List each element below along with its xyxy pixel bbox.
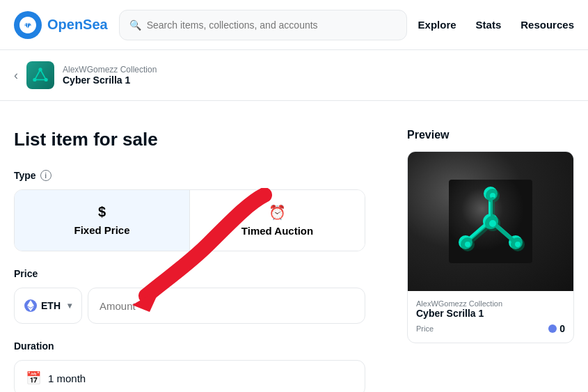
timed-auction-label: Timed Auction	[241, 225, 313, 237]
navbar: OpenSea 🔍 Explore Stats Resources	[0, 0, 588, 50]
back-button[interactable]: ‹	[14, 68, 18, 83]
currency-selector[interactable]: ETH ▾	[14, 288, 82, 324]
opensea-logo-icon	[14, 11, 42, 39]
timed-auction-icon: ⏰	[269, 204, 286, 221]
preview-image	[408, 152, 573, 291]
preview-price-value: 0	[548, 323, 565, 334]
currency-label: ETH	[41, 300, 61, 311]
nav-explore[interactable]: Explore	[418, 19, 456, 31]
preview-price-label: Price	[416, 324, 434, 333]
nft-thumbnail	[26, 61, 54, 89]
left-panel: List item for sale Type i $ Fixed Price …	[14, 129, 365, 392]
eth-icon	[24, 299, 37, 312]
preview-eth-icon	[548, 324, 557, 333]
svg-line-4	[40, 70, 46, 80]
calendar-icon: 📅	[26, 370, 41, 386]
duration-section-label: Duration	[14, 340, 365, 352]
nav-stats[interactable]: Stats	[476, 19, 502, 31]
preview-info: AlexWGomezz Collection Cyber Scrilla 1 P…	[408, 291, 573, 343]
fixed-price-label: Fixed Price	[74, 224, 129, 236]
preview-price-row: Price 0	[416, 323, 565, 334]
preview-nft-name: Cyber Scrilla 1	[416, 308, 565, 319]
preview-label: Preview	[407, 129, 574, 141]
type-section-label: Type i	[14, 170, 365, 181]
breadcrumb: ‹ AlexWGomezz Collection Cyber Scrilla 1	[0, 50, 588, 101]
price-row: ETH ▾	[14, 288, 365, 324]
svg-line-3	[35, 70, 40, 80]
svg-marker-6	[27, 300, 34, 308]
duration-selector[interactable]: 📅 1 month	[14, 360, 365, 392]
type-info-icon[interactable]: i	[40, 170, 51, 181]
nft-artwork	[449, 180, 532, 263]
logo[interactable]: OpenSea	[14, 11, 108, 39]
type-selector: $ Fixed Price ⏰ Timed Auction	[14, 189, 365, 251]
nav-links: Explore Stats Resources	[418, 19, 574, 31]
preview-card: AlexWGomezz Collection Cyber Scrilla 1 P…	[407, 151, 574, 343]
price-section-label: Price	[14, 268, 365, 279]
breadcrumb-item-name: Cyber Scrilla 1	[63, 75, 157, 86]
page-title: List item for sale	[14, 129, 365, 150]
search-icon: 🔍	[129, 19, 141, 31]
right-panel: Preview	[407, 129, 574, 392]
fixed-price-option[interactable]: $ Fixed Price	[15, 190, 190, 251]
main-content: List item for sale Type i $ Fixed Price …	[0, 101, 588, 392]
duration-value: 1 month	[48, 373, 86, 384]
nav-resources[interactable]: Resources	[521, 19, 574, 31]
breadcrumb-text: AlexWGomezz Collection Cyber Scrilla 1	[63, 65, 157, 86]
breadcrumb-collection: AlexWGomezz Collection	[63, 65, 157, 75]
timed-auction-option[interactable]: ⏰ Timed Auction	[190, 190, 365, 251]
amount-input[interactable]	[88, 288, 365, 324]
currency-chevron-icon: ▾	[67, 301, 72, 311]
search-input[interactable]	[147, 19, 397, 31]
preview-collection: AlexWGomezz Collection	[416, 299, 565, 308]
logo-text: OpenSea	[47, 17, 108, 33]
search-bar[interactable]: 🔍	[119, 10, 407, 40]
fixed-price-icon: $	[98, 204, 106, 220]
